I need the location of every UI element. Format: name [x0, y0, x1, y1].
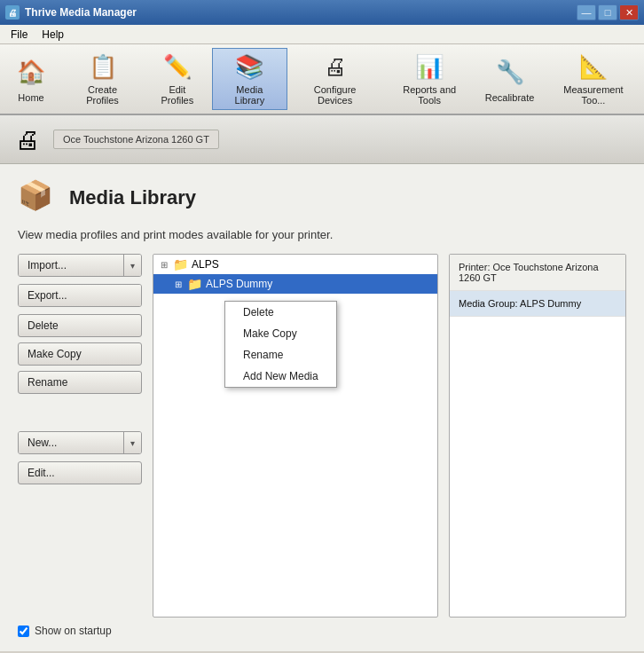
- main-content: 📦 Media Library View media profiles and …: [0, 164, 644, 651]
- show-on-startup-label[interactable]: Show on startup: [18, 625, 112, 637]
- page-icon: 📦: [18, 178, 57, 217]
- import-button[interactable]: Import...: [19, 255, 123, 276]
- toolbar-media-library[interactable]: 📚 Media Library: [212, 48, 287, 110]
- home-icon: 🏠: [13, 55, 49, 89]
- printer-info-row: Printer: Oce Touchstone Arizona 1260 GT: [450, 255, 625, 291]
- media-library-icon: 📚: [232, 52, 267, 81]
- show-on-startup-text: Show on startup: [35, 625, 112, 637]
- info-panel: Printer: Oce Touchstone Arizona 1260 GT …: [449, 254, 626, 618]
- export-button[interactable]: Export...: [19, 285, 141, 306]
- menu-help[interactable]: Help: [35, 27, 71, 43]
- media-group-info-row: Media Group: ALPS Dummy: [450, 291, 625, 317]
- sidebar-buttons: Import... ▾ Export... Delete Make Copy R…: [18, 254, 142, 618]
- tree-item-alps[interactable]: ⊞ 📁 ALPS: [153, 255, 437, 274]
- toolbar-edit-profiles[interactable]: ✏️ Edit Profiles: [143, 48, 212, 110]
- create-profiles-icon: 📋: [85, 52, 121, 81]
- new-dropdown[interactable]: ▾: [123, 432, 141, 453]
- rename-button[interactable]: Rename: [18, 371, 142, 394]
- toolbar-media-library-label: Media Library: [222, 84, 278, 106]
- context-menu-add-new-media[interactable]: Add New Media: [225, 366, 336, 387]
- context-menu: Delete Make Copy Rename Add New Media: [224, 301, 337, 388]
- toolbar-recalibrate[interactable]: 🔧 Recalibrate: [476, 48, 543, 110]
- menu-bar: File Help: [0, 25, 644, 44]
- alps-folder-icon: 📁: [173, 257, 188, 271]
- toolbar-reports-tools-label: Reports and Tools: [392, 84, 467, 106]
- page-subtitle: View media profiles and print modes avai…: [18, 228, 626, 241]
- toolbar-measurement-tools[interactable]: 📐 Measurement Too...: [543, 48, 644, 110]
- alps-dummy-expand-icon: ⊞: [175, 279, 184, 289]
- alps-label: ALPS: [192, 258, 219, 271]
- delete-button[interactable]: Delete: [18, 314, 142, 337]
- minimize-button[interactable]: —: [577, 4, 596, 20]
- toolbar-configure-devices[interactable]: 🖨 Configure Devices: [287, 48, 382, 110]
- alps-dummy-folder-icon: 📁: [187, 277, 202, 291]
- printer-strip-icon: 🖨: [11, 122, 44, 156]
- title-bar-controls: — □ ✕: [577, 4, 639, 20]
- toolbar-reports-tools[interactable]: 📊 Reports and Tools: [382, 48, 476, 110]
- app-title: Thrive Media Manager: [25, 6, 137, 19]
- toolbar-recalibrate-label: Recalibrate: [485, 92, 535, 103]
- printer-strip: 🖨 Oce Touchstone Arizona 1260 GT: [0, 115, 644, 164]
- app-icon: 🖨: [5, 5, 20, 20]
- close-button[interactable]: ✕: [619, 4, 639, 20]
- context-menu-make-copy[interactable]: Make Copy: [225, 323, 336, 344]
- toolbar-edit-profiles-label: Edit Profiles: [153, 84, 202, 106]
- recalibrate-icon: 🔧: [492, 55, 528, 89]
- content-layout: Import... ▾ Export... Delete Make Copy R…: [18, 254, 626, 618]
- reports-tools-icon: 📊: [412, 52, 447, 81]
- make-copy-button[interactable]: Make Copy: [18, 342, 142, 366]
- context-menu-delete[interactable]: Delete: [225, 302, 336, 323]
- menu-file[interactable]: File: [4, 27, 35, 43]
- bottom-bar: Show on startup: [18, 618, 626, 637]
- maximize-button[interactable]: □: [598, 4, 617, 20]
- alps-dummy-label: ALPS Dummy: [206, 278, 272, 290]
- new-group: New... ▾: [18, 431, 142, 454]
- title-bar-left: 🖨 Thrive Media Manager: [5, 5, 137, 20]
- printer-label: Oce Touchstone Arizona 1260 GT: [53, 130, 219, 149]
- toolbar-configure-devices-label: Configure Devices: [297, 84, 373, 106]
- configure-devices-icon: 🖨: [318, 52, 353, 81]
- show-on-startup-checkbox[interactable]: [18, 625, 29, 637]
- context-menu-rename[interactable]: Rename: [225, 344, 336, 366]
- toolbar-create-profiles-label: Create Profiles: [72, 84, 133, 106]
- page-title: Media Library: [69, 186, 196, 209]
- import-group: Import... ▾: [18, 254, 142, 277]
- toolbar-home-label: Home: [18, 92, 43, 103]
- edit-profiles-icon: ✏️: [160, 52, 195, 81]
- alps-expand-icon: ⊞: [161, 260, 169, 270]
- page-header: 📦 Media Library: [18, 178, 626, 217]
- export-group: Export...: [18, 284, 142, 307]
- tree-panel: ⊞ 📁 ALPS ⊞ 📁 ALPS Dummy Delete Make Copy…: [153, 254, 438, 618]
- toolbar-measurement-tools-label: Measurement Too...: [553, 84, 634, 106]
- new-button[interactable]: New...: [19, 432, 123, 453]
- tree-item-alps-dummy[interactable]: ⊞ 📁 ALPS Dummy: [153, 274, 437, 294]
- measurement-tools-icon: 📐: [576, 52, 611, 81]
- import-dropdown[interactable]: ▾: [123, 255, 141, 276]
- toolbar: 🏠 Home 📋 Create Profiles ✏️ Edit Profile…: [0, 44, 644, 115]
- toolbar-home[interactable]: 🏠 Home: [0, 48, 62, 110]
- edit-button[interactable]: Edit...: [18, 461, 142, 484]
- toolbar-create-profiles[interactable]: 📋 Create Profiles: [62, 48, 143, 110]
- title-bar: 🖨 Thrive Media Manager — □ ✕: [0, 0, 644, 25]
